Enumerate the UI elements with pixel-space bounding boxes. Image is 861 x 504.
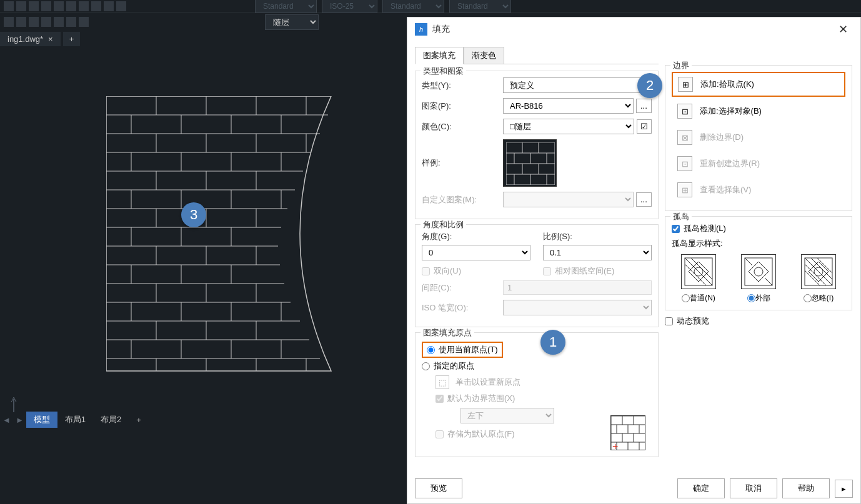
radio-specified-label: 指定的原点 bbox=[434, 360, 474, 372]
drawing-canvas[interactable]: 3 X ◄ ► 模型 布局1 布局2 + bbox=[0, 46, 407, 462]
toolbar-top: Standard ISO-25 Standard Standard bbox=[0, 0, 861, 12]
group-island: 孤岛 孤岛检测(L) 孤岛显示样式: 普通(N) bbox=[665, 216, 852, 310]
scale-select[interactable]: 0.1 bbox=[543, 245, 652, 260]
close-icon[interactable]: ✕ bbox=[834, 20, 853, 39]
add-pick-point-button[interactable]: ⊞ 添加:拾取点(K) bbox=[672, 72, 845, 97]
tool-icon[interactable] bbox=[4, 17, 14, 27]
tool-icon[interactable] bbox=[4, 1, 14, 11]
svg-line-114 bbox=[805, 270, 820, 285]
dynamic-preview-checkbox[interactable] bbox=[665, 317, 673, 325]
help-button[interactable]: 帮助 bbox=[782, 478, 830, 498]
island-detect-checkbox[interactable] bbox=[672, 225, 680, 233]
cancel-button[interactable]: 取消 bbox=[730, 478, 777, 498]
radio-current-label: 使用当前原点(T) bbox=[439, 344, 498, 355]
delete-boundary-button: ⊠ 删除边界(D) bbox=[672, 126, 845, 149]
color-swatch-button[interactable]: ☑ bbox=[637, 119, 652, 134]
radio-current-origin[interactable] bbox=[427, 346, 435, 354]
dialog-app-icon: h bbox=[415, 23, 427, 36]
label-custom: 自定义图案(M): bbox=[422, 194, 503, 205]
svg-text:+: + bbox=[612, 441, 618, 450]
dialog-title: 填充 bbox=[432, 24, 834, 35]
tool-icon[interactable] bbox=[116, 1, 126, 11]
layer-dropdown[interactable]: 随层 bbox=[265, 14, 319, 30]
tool-icon[interactable] bbox=[66, 1, 76, 11]
pattern-select[interactable]: AR-B816 bbox=[503, 98, 634, 114]
label-color: 颜色(C): bbox=[422, 121, 503, 132]
island-detect-label: 孤岛检测(L) bbox=[684, 223, 726, 234]
svg-point-107 bbox=[754, 267, 763, 276]
origin-preview-icon: + bbox=[610, 415, 645, 450]
style-dropdown-2[interactable]: Standard bbox=[382, 0, 444, 13]
group-angle-scale: 角度和比例 角度(G): 0 比例(S): 0.1 双向(U) bbox=[415, 224, 659, 327]
layout-tabs: ◄ ► 模型 布局1 布局2 + bbox=[0, 412, 149, 427]
island-outer-label: 外部 bbox=[755, 293, 770, 304]
tool-icon[interactable] bbox=[91, 1, 101, 11]
angle-select[interactable]: 0 bbox=[422, 245, 530, 260]
radio-island-outer[interactable] bbox=[747, 294, 755, 302]
default-extent-checkbox bbox=[435, 395, 444, 403]
add-pick-label: 添加:拾取点(K) bbox=[700, 79, 754, 90]
dialog-tabs: 图案填充 渐变色 bbox=[415, 46, 659, 64]
type-select[interactable]: 预定义 bbox=[503, 77, 652, 93]
recreate-boundary-button: ⊡ 重新创建边界(R) bbox=[672, 152, 845, 175]
select-object-icon: ⊡ bbox=[677, 104, 692, 119]
nav-prev-icon[interactable]: ◄ bbox=[0, 415, 13, 425]
preview-button[interactable]: 预览 bbox=[415, 478, 462, 498]
close-icon[interactable]: × bbox=[48, 34, 53, 44]
tool-icon[interactable] bbox=[16, 1, 26, 11]
tool-icon[interactable] bbox=[66, 17, 76, 27]
add-select-button[interactable]: ⊡ 添加:选择对象(B) bbox=[672, 99, 845, 123]
double-checkbox bbox=[422, 267, 430, 275]
file-tab[interactable]: ing1.dwg* × bbox=[0, 32, 61, 46]
pattern-browse-button[interactable]: ... bbox=[636, 99, 652, 113]
store-default-label: 存储为默认原点(F) bbox=[447, 428, 515, 440]
tab-model[interactable]: 模型 bbox=[26, 412, 57, 428]
view-icon: ⊞ bbox=[677, 182, 692, 197]
tab-layout2[interactable]: 布局2 bbox=[93, 412, 129, 428]
tool-icon[interactable] bbox=[29, 17, 39, 27]
spacing-input bbox=[503, 280, 652, 295]
dialog-footer: 预览 确定 取消 帮助 ▸ bbox=[407, 473, 860, 503]
tab-layout1[interactable]: 布局1 bbox=[57, 412, 93, 428]
tab-add[interactable]: + bbox=[129, 413, 149, 427]
tool-icon[interactable] bbox=[16, 17, 26, 27]
tool-icon[interactable] bbox=[41, 17, 51, 27]
step-badge-3: 3 bbox=[181, 202, 206, 227]
dialog-titlebar: h 填充 ✕ bbox=[407, 17, 860, 41]
tab-pattern-fill[interactable]: 图案填充 bbox=[415, 47, 464, 64]
tab-gradient[interactable]: 渐变色 bbox=[464, 47, 504, 64]
recreate-icon: ⊡ bbox=[677, 156, 692, 171]
island-ignore-icon[interactable] bbox=[801, 254, 836, 289]
radio-specified-origin[interactable] bbox=[422, 362, 430, 370]
tool-icon[interactable] bbox=[29, 1, 39, 11]
style-dropdown-3[interactable]: Standard bbox=[449, 0, 511, 13]
pattern-preview[interactable] bbox=[503, 139, 557, 187]
tool-icon[interactable] bbox=[41, 1, 51, 11]
tool-icon[interactable] bbox=[54, 17, 64, 27]
relative-label: 相对图纸空间(E) bbox=[555, 265, 614, 277]
expand-button[interactable]: ▸ bbox=[835, 480, 853, 498]
radio-island-normal[interactable] bbox=[682, 294, 690, 302]
custom-select bbox=[503, 192, 634, 207]
custom-browse-button[interactable]: ... bbox=[636, 192, 652, 207]
pick-point-icon: ⊞ bbox=[678, 77, 693, 92]
style-dropdown-1[interactable]: Standard bbox=[255, 0, 317, 13]
tool-icon[interactable] bbox=[104, 1, 114, 11]
group-title: 图案填充原点 bbox=[421, 327, 474, 338]
radio-island-ignore[interactable] bbox=[804, 294, 812, 302]
island-outer-icon[interactable] bbox=[741, 254, 776, 289]
ok-button[interactable]: 确定 bbox=[677, 478, 725, 498]
color-select[interactable]: □随层 bbox=[503, 119, 634, 134]
island-normal-icon[interactable] bbox=[681, 254, 716, 289]
tool-icon[interactable] bbox=[79, 1, 89, 11]
svg-line-108 bbox=[745, 258, 752, 265]
nav-next-icon[interactable]: ► bbox=[13, 415, 26, 425]
style-dropdown-iso[interactable]: ISO-25 bbox=[322, 0, 377, 13]
new-tab-button[interactable]: + bbox=[63, 32, 81, 46]
tool-icon[interactable] bbox=[54, 1, 64, 11]
store-default-checkbox bbox=[435, 430, 444, 438]
label-sample: 样例: bbox=[422, 157, 503, 169]
extent-pos-select: 左下 bbox=[460, 408, 554, 423]
svg-line-103 bbox=[685, 264, 706, 285]
tool-icon[interactable] bbox=[79, 17, 89, 27]
